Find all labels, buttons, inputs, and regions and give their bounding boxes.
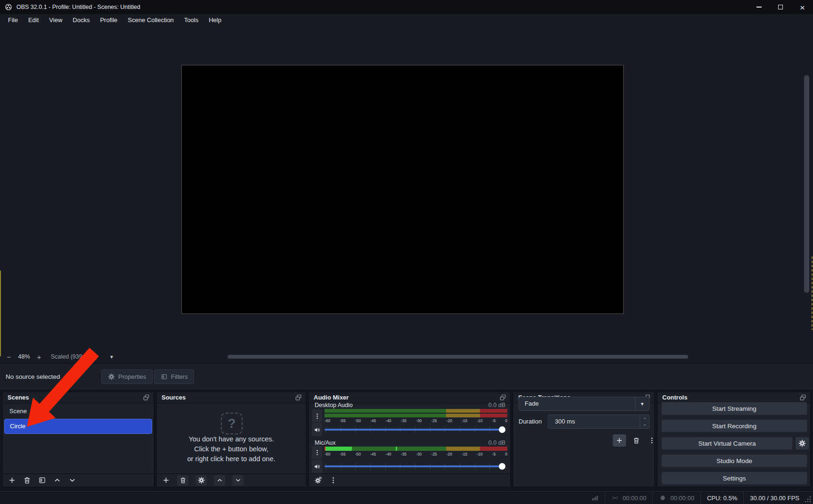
minimize-button[interactable] (748, 0, 770, 14)
mic-meter-lit (325, 447, 352, 451)
filters-button[interactable]: Filters (154, 369, 194, 384)
move-source-down-button[interactable] (232, 475, 244, 486)
menu-item[interactable]: File (3, 14, 23, 26)
channel-menu-button[interactable] (312, 409, 322, 423)
volume-slider[interactable] (325, 423, 505, 436)
add-transition-button[interactable] (613, 434, 626, 447)
start-virtual-camera-button[interactable]: Start Virtual Camera (661, 437, 793, 450)
menu-item[interactable]: Edit (23, 14, 44, 26)
zoom-dropdown-button[interactable]: ▼ (109, 354, 114, 360)
db-tick-label: -15 (462, 418, 467, 423)
mic-aux-meter: -60-55-50-45-40-35-30-25-20-15-10-50 (325, 447, 507, 456)
preview-canvas[interactable] (181, 65, 624, 314)
duration-increment-button[interactable] (640, 415, 649, 422)
mic-input-marker (325, 447, 325, 451)
duration-value: 300 ms (555, 415, 575, 428)
scene-item[interactable]: Scene (4, 404, 152, 418)
duration-input[interactable]: 300 ms (548, 415, 650, 429)
scene-item[interactable]: Circle (4, 419, 152, 434)
channel-name: Mic/Aux (315, 440, 335, 446)
close-icon: × (800, 3, 805, 11)
channel-level: 0.0 dB (488, 402, 505, 408)
move-source-up-button[interactable] (214, 475, 225, 486)
maximize-icon (778, 5, 783, 9)
volume-slider[interactable] (325, 460, 505, 473)
sources-panel-header: Sources (157, 392, 306, 403)
maximize-button[interactable] (770, 0, 791, 14)
menu-item[interactable]: Scene Collection (122, 14, 179, 26)
db-tick-label: -30 (416, 452, 422, 456)
obs-window: OBS 32.0.1 - Profile: Untitled - Scenes:… (0, 0, 813, 504)
status-bar: 00:00:00 00:00:00 CPU: 0.5% 30.00 / 30.0… (0, 491, 813, 504)
recording-status-icon (659, 494, 667, 502)
duration-decrement-button[interactable] (640, 422, 649, 428)
remove-transition-button[interactable] (630, 434, 643, 447)
start-recording-button[interactable]: Start Recording (661, 419, 807, 432)
properties-button[interactable]: Properties (101, 369, 153, 384)
zoom-in-button[interactable]: + (34, 353, 44, 361)
start-streaming-button[interactable]: Start Streaming (661, 402, 807, 415)
db-tick-label: -60 (325, 452, 330, 456)
minimize-icon (756, 7, 762, 8)
add-scene-button[interactable] (8, 476, 16, 484)
meter-scale: -60-55-50-45-40-35-30-25-20-15-10-50 (325, 418, 507, 423)
zoom-out-button[interactable]: − (4, 353, 14, 361)
move-scene-down-button[interactable] (68, 476, 76, 484)
sources-title: Sources (162, 394, 186, 401)
menu-item[interactable]: View (44, 14, 67, 26)
db-tick-label: -5 (492, 418, 496, 423)
move-scene-up-button[interactable] (53, 476, 61, 484)
studio-mode-button[interactable]: Studio Mode (661, 454, 807, 467)
empty-sources-line: or right click here to add one. (157, 455, 306, 463)
scenes-panel-header: Scenes (3, 392, 154, 403)
db-tick-label: -40 (385, 418, 391, 423)
chevron-down-icon (235, 477, 242, 484)
channel-menu-button[interactable] (312, 446, 322, 459)
db-tick-label: -50 (355, 452, 361, 456)
canvas-edge-marker-left (0, 271, 1, 356)
scene-item-label: Circle (10, 423, 25, 430)
source-properties-button[interactable] (195, 475, 207, 486)
filters-label: Filters (171, 373, 187, 380)
scale-label: Scaled (939x528) (51, 353, 97, 360)
close-button[interactable]: × (791, 0, 813, 14)
vertical-scrollbar[interactable] (804, 75, 809, 293)
db-tick-label: 0 (505, 452, 507, 456)
speaker-icon (314, 426, 321, 433)
fps-indicator: 30.00 / 30.00 FPS (750, 495, 799, 502)
canvas-edge-marker-right (812, 256, 813, 330)
scene-filters-button[interactable] (38, 476, 46, 484)
volume-slider-handle[interactable] (499, 463, 505, 470)
add-source-button[interactable] (162, 476, 170, 484)
scenes-panel: Scenes Scene Circle (2, 392, 154, 487)
transition-select[interactable]: Fade ▼ (519, 397, 650, 411)
chevron-up-icon (642, 416, 647, 420)
menu-item[interactable]: Tools (179, 14, 203, 26)
menu-item[interactable]: Profile (95, 14, 122, 26)
meter-bar (325, 447, 507, 451)
empty-sources-line: Click the + button below, (157, 445, 306, 453)
slider-track (325, 429, 505, 431)
menu-item[interactable]: Help (203, 14, 227, 26)
virtual-camera-config-button[interactable] (795, 437, 809, 450)
remove-scene-button[interactable] (23, 476, 31, 484)
volume-slider-handle[interactable] (499, 426, 505, 433)
db-tick-label: -35 (401, 418, 406, 423)
menu-item[interactable]: Docks (67, 14, 95, 26)
mute-button[interactable] (312, 423, 322, 436)
kebab-menu-icon (648, 437, 656, 444)
settings-button[interactable]: Settings (661, 472, 807, 485)
transition-menu-button[interactable] (645, 434, 659, 447)
db-tick-label: -20 (447, 452, 452, 456)
gear-icon (798, 440, 806, 447)
dropdown-arrow-icon: ▼ (635, 397, 649, 410)
advanced-audio-button[interactable] (314, 476, 322, 484)
meter-scale: -60-55-50-45-40-35-30-25-20-15-10-50 (325, 452, 507, 456)
mixer-menu-button[interactable] (329, 476, 337, 484)
horizontal-scrollbar[interactable] (228, 355, 688, 359)
remove-source-button[interactable] (177, 475, 188, 486)
resize-grip[interactable] (804, 496, 812, 503)
empty-sources-icon: ? (221, 413, 243, 434)
scene-item-label: Scene (9, 408, 27, 415)
mute-button[interactable] (312, 460, 322, 473)
